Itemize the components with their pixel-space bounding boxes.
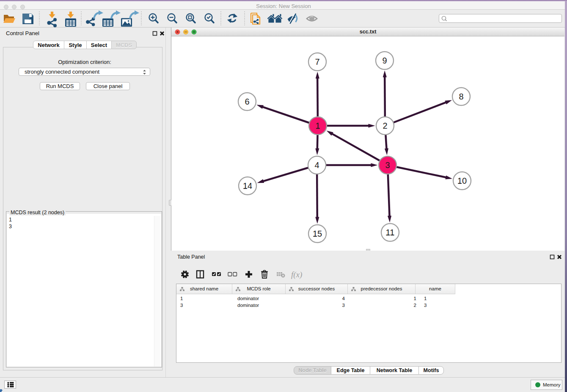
svg-text:15: 15 — [313, 229, 322, 238]
svg-text:10: 10 — [457, 176, 467, 185]
svg-text:7: 7 — [315, 57, 319, 66]
svg-text:9: 9 — [382, 56, 387, 65]
svg-text:8: 8 — [459, 92, 463, 101]
svg-text:3: 3 — [385, 160, 390, 170]
svg-text:2: 2 — [383, 121, 387, 130]
svg-text:6: 6 — [245, 97, 249, 106]
svg-text:4: 4 — [314, 160, 319, 170]
svg-text:14: 14 — [243, 181, 252, 190]
svg-text:1: 1 — [315, 121, 320, 130]
svg-text:f(x): f(x) — [291, 270, 302, 279]
svg-text:11: 11 — [386, 228, 395, 237]
